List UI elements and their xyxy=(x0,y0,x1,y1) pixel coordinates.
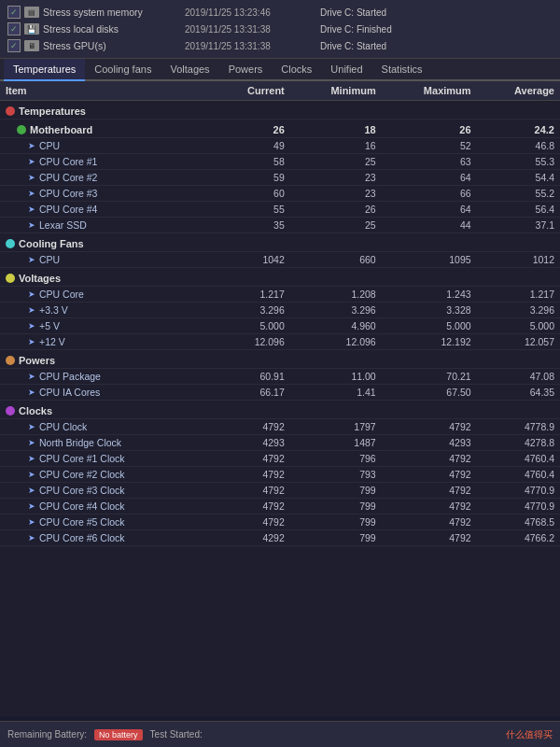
table-row: ➤ North Bridge Clock 4293148742934278.8 xyxy=(0,435,560,451)
stress-disk-checkbox-area[interactable]: ✓ 💾 Stress local disks xyxy=(7,22,185,35)
table-row: Clocks xyxy=(0,401,560,419)
data-table: Item Current Minimum Maximum Average Tem… xyxy=(0,81,560,546)
table-row: ➤ CPU IA Cores 66.171.4167.5064.35 xyxy=(0,385,560,401)
table-header-row: Item Current Minimum Maximum Average xyxy=(0,81,560,101)
checkbox-disk[interactable]: ✓ xyxy=(7,22,21,35)
battery-status: No battery xyxy=(94,729,143,740)
table-row: ➤ CPU 49165246.8 xyxy=(0,138,560,154)
col-maximum: Maximum xyxy=(382,81,477,101)
table-row: ➤ CPU Core #6 Clock 429279947924766.2 xyxy=(0,530,560,546)
site-logo: 什么值得买 xyxy=(506,728,553,741)
table-row: ➤ CPU Core #3 60236655.2 xyxy=(0,186,560,202)
col-average: Average xyxy=(477,81,560,101)
checkbox-gpu[interactable]: ✓ xyxy=(7,39,21,52)
table-row: ➤ CPU Core #2 Clock 479279347924760.4 xyxy=(0,467,560,483)
stress-gpu-row: ✓ 🖥 Stress GPU(s) 2019/11/25 13:31:38 Dr… xyxy=(7,37,553,54)
table-row: ➤ Lexar SSD 35254437.1 xyxy=(0,218,560,233)
status-bar: Remaining Battery: No battery Test Start… xyxy=(0,721,560,747)
tab-powers[interactable]: Powers xyxy=(219,59,273,81)
gpu-icon: 🖥 xyxy=(24,40,39,51)
table-row: ➤ CPU Core #2 59236454.4 xyxy=(0,170,560,186)
stress-memory-label: Stress system memory xyxy=(43,7,143,18)
col-current: Current xyxy=(212,81,290,101)
memory-timestamp: 2019/11/25 13:23:46 xyxy=(185,7,320,18)
tab-voltages[interactable]: Voltages xyxy=(161,59,218,81)
tab-temperatures[interactable]: Temperatures xyxy=(4,59,85,81)
table-row: Powers xyxy=(0,350,560,369)
battery-label: Remaining Battery: xyxy=(7,729,87,740)
tab-clocks[interactable]: Clocks xyxy=(272,59,321,81)
table-row: Cooling Fans xyxy=(0,233,560,252)
test-label: Test Started: xyxy=(150,729,203,740)
stress-memory-checkbox-area[interactable]: ✓ ▤ Stress system memory xyxy=(7,6,185,19)
table-row: ➤ +12 V 12.09612.09612.19212.057 xyxy=(0,334,560,350)
gpu-timestamp: 2019/11/25 13:31:38 xyxy=(185,41,320,51)
table-row: ➤ +5 V 5.0004.9605.0005.000 xyxy=(0,318,560,334)
disk-timestamp: 2019/11/25 13:31:38 xyxy=(185,24,320,35)
table-row: ➤ CPU 104266010951012 xyxy=(0,252,560,268)
table-row: ➤ CPU Core #3 Clock 479279947924770.9 xyxy=(0,483,560,499)
table-row: Motherboard 26182624.2 xyxy=(0,120,560,138)
memory-icon: ▤ xyxy=(24,7,39,18)
disk-icon: 💾 xyxy=(24,23,39,35)
table-row: ➤ CPU Package 60.9111.0070.2147.08 xyxy=(0,369,560,385)
stress-gpu-label: Stress GPU(s) xyxy=(43,40,106,51)
table-row: Voltages xyxy=(0,268,560,287)
table-row: ➤ CPU Core #1 58256355.3 xyxy=(0,154,560,170)
table-row: ➤ +3.3 V 3.2963.2963.3283.296 xyxy=(0,303,560,318)
col-item: Item xyxy=(0,81,212,101)
table-row: ➤ CPU Core #4 Clock 479279947924770.9 xyxy=(0,499,560,514)
disk-status: Drive C: Finished xyxy=(320,24,392,35)
stress-disk-row: ✓ 💾 Stress local disks 2019/11/25 13:31:… xyxy=(7,21,553,37)
gpu-status: Drive C: Started xyxy=(320,41,386,51)
stress-disk-label: Stress local disks xyxy=(43,23,119,35)
tab-statistics[interactable]: Statistics xyxy=(372,59,432,81)
col-minimum: Minimum xyxy=(290,81,382,101)
table-row: ➤ CPU Core 1.2171.2081.2431.217 xyxy=(0,287,560,303)
table-row: Temperatures xyxy=(0,101,560,120)
tab-unified[interactable]: Unified xyxy=(321,59,371,81)
main-content: Item Current Minimum Maximum Average Tem… xyxy=(0,81,560,716)
memory-status: Drive C: Started xyxy=(320,7,386,18)
table-row: ➤ CPU Core #4 55266456.4 xyxy=(0,202,560,218)
tabs-bar: Temperatures Cooling fans Voltages Power… xyxy=(0,59,560,81)
top-panel: ✓ ▤ Stress system memory 2019/11/25 13:2… xyxy=(0,0,560,59)
stress-gpu-checkbox-area[interactable]: ✓ 🖥 Stress GPU(s) xyxy=(7,39,185,52)
table-row: ➤ CPU Core #1 Clock 479279647924760.4 xyxy=(0,451,560,467)
stress-memory-row: ✓ ▤ Stress system memory 2019/11/25 13:2… xyxy=(7,4,553,21)
checkbox-memory[interactable]: ✓ xyxy=(7,6,21,19)
tab-cooling-fans[interactable]: Cooling fans xyxy=(85,59,161,81)
table-row: ➤ CPU Clock 4792179747924778.9 xyxy=(0,419,560,435)
table-row: ➤ CPU Core #5 Clock 479279947924768.5 xyxy=(0,514,560,530)
table-body: Temperatures Motherboard 26182624.2 ➤ CP… xyxy=(0,101,560,546)
